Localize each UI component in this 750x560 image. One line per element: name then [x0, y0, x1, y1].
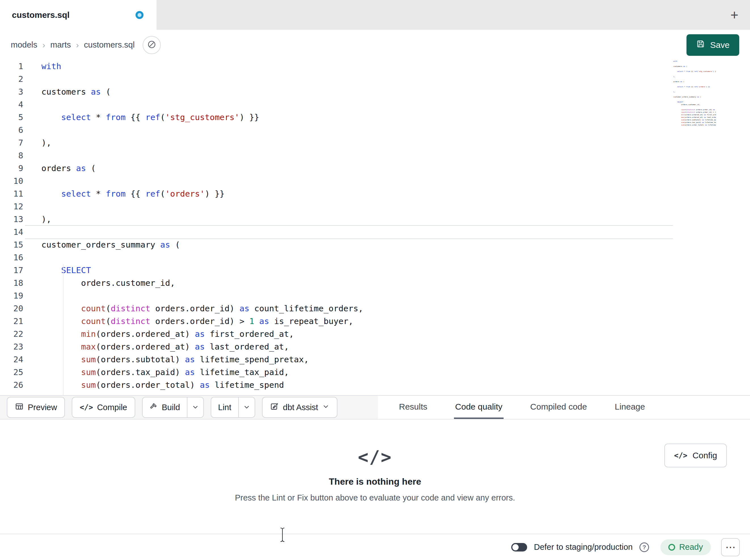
code-lines[interactable]: 1with23customers as (45 select * from {{…: [0, 60, 750, 392]
code-line-14[interactable]: 14: [673, 93, 716, 96]
code-text[interactable]: customer_orders_summary as (: [25, 238, 673, 251]
code-line-9[interactable]: 9orders as (: [0, 162, 750, 175]
line-number[interactable]: 24: [0, 353, 25, 366]
result-tab-code-quality[interactable]: Code quality: [454, 396, 504, 419]
code-line-12[interactable]: 12: [0, 200, 750, 213]
code-line-16[interactable]: 16: [673, 98, 716, 101]
code-line-1[interactable]: 1with: [0, 60, 750, 73]
code-line-20[interactable]: 20 count(distinct orders.order_id) as co…: [0, 302, 750, 315]
code-line-26[interactable]: 26 sum(orders.order_total) as lifetime_s…: [673, 124, 716, 126]
code-text[interactable]: [673, 83, 716, 86]
code-line-16[interactable]: 16: [0, 251, 750, 264]
line-number[interactable]: 25: [0, 366, 25, 379]
code-line-2[interactable]: 2: [0, 73, 750, 86]
code-line-18[interactable]: 18 orders.customer_id,: [673, 103, 716, 106]
line-number[interactable]: 26: [0, 379, 25, 392]
code-line-26[interactable]: 26 sum(orders.order_total) as lifetime_s…: [0, 379, 750, 392]
line-number[interactable]: 16: [0, 251, 25, 264]
line-number[interactable]: 1: [0, 60, 25, 73]
code-line-13[interactable]: 13),: [673, 91, 716, 93]
code-line-4[interactable]: 4: [673, 68, 716, 70]
code-line-25[interactable]: 25 sum(orders.tax_paid) as lifetime_tax_…: [673, 121, 716, 124]
line-number[interactable]: 21: [0, 315, 25, 328]
line-number[interactable]: 15: [0, 238, 25, 251]
code-text[interactable]: min(orders.ordered_at) as first_ordered_…: [25, 328, 673, 340]
code-line-21[interactable]: 21 count(distinct orders.order_id) > 1 a…: [673, 111, 716, 113]
code-text[interactable]: sum(orders.subtotal) as lifetime_spend_p…: [25, 353, 673, 366]
code-line-9[interactable]: 9orders as (: [673, 80, 716, 83]
code-line-25[interactable]: 25 sum(orders.tax_paid) as lifetime_tax_…: [0, 366, 750, 379]
code-line-6[interactable]: 6: [673, 73, 716, 75]
line-number[interactable]: 11: [0, 188, 25, 200]
code-line-22[interactable]: 22 min(orders.ordered_at) as first_order…: [673, 113, 716, 116]
code-line-10[interactable]: 10: [673, 83, 716, 86]
code-text[interactable]: orders.customer_id,: [673, 103, 716, 106]
defer-toggle[interactable]: [511, 543, 527, 552]
code-line-8[interactable]: 8: [0, 149, 750, 162]
code-text[interactable]: select * from {{ ref('orders') }}: [673, 86, 716, 88]
code-text[interactable]: customers as (: [25, 86, 673, 98]
code-text[interactable]: ),: [673, 75, 716, 78]
code-text[interactable]: max(orders.ordered_at) as last_ordered_a…: [673, 116, 716, 119]
code-line-23[interactable]: 23 max(orders.ordered_at) as last_ordere…: [0, 340, 750, 353]
line-number[interactable]: 8: [0, 149, 25, 162]
code-text[interactable]: orders as (: [673, 80, 716, 83]
help-icon[interactable]: ?: [639, 542, 649, 552]
code-line-13[interactable]: 13),: [0, 213, 750, 226]
code-text[interactable]: select * from {{ ref('stg_customers') }}: [25, 111, 673, 124]
line-number[interactable]: 18: [0, 277, 25, 290]
code-text[interactable]: customer_orders_summary as (: [673, 96, 716, 98]
line-number[interactable]: 19: [0, 290, 25, 302]
code-line-20[interactable]: 20 count(distinct orders.order_id) as co…: [673, 108, 716, 111]
line-number[interactable]: 6: [0, 124, 25, 137]
line-number[interactable]: 10: [0, 175, 25, 188]
breadcrumb-marts[interactable]: marts: [51, 40, 71, 49]
code-line-17[interactable]: 17 SELECT: [673, 101, 716, 103]
line-number[interactable]: 14: [0, 226, 25, 238]
line-number[interactable]: 13: [0, 213, 25, 226]
code-text[interactable]: sum(orders.subtotal) as lifetime_spend_p…: [673, 119, 716, 121]
code-line-15[interactable]: 15customer_orders_summary as (: [673, 96, 716, 98]
line-number[interactable]: 17: [0, 264, 25, 277]
code-text[interactable]: [25, 251, 673, 264]
code-line-7[interactable]: 7),: [0, 137, 750, 149]
code-line-8[interactable]: 8: [673, 78, 716, 80]
code-text[interactable]: [25, 226, 673, 238]
line-number[interactable]: 20: [0, 302, 25, 315]
code-text[interactable]: with: [25, 60, 673, 73]
code-text[interactable]: sum(orders.order_total) as lifetime_spen…: [673, 124, 716, 126]
code-line-18[interactable]: 18 orders.customer_id,: [0, 277, 750, 290]
code-line-19[interactable]: 19: [673, 106, 716, 108]
code-text[interactable]: SELECT: [673, 101, 716, 103]
code-text[interactable]: [673, 98, 716, 101]
code-text[interactable]: orders.customer_id,: [25, 277, 673, 290]
code-text[interactable]: [673, 78, 716, 80]
code-line-3[interactable]: 3customers as (: [0, 86, 750, 98]
code-editor[interactable]: 1with23customers as (45 select * from {{…: [0, 60, 750, 395]
code-text[interactable]: [673, 93, 716, 96]
code-text[interactable]: sum(orders.tax_paid) as lifetime_tax_pai…: [673, 121, 716, 124]
code-text[interactable]: [673, 68, 716, 70]
code-line-10[interactable]: 10: [0, 175, 750, 188]
code-line-19[interactable]: 19: [0, 290, 750, 302]
config-button[interactable]: </> Config: [664, 443, 727, 468]
code-text[interactable]: customers as (: [673, 65, 716, 68]
breadcrumb-customers-sql[interactable]: customers.sql: [84, 40, 135, 49]
preview-button[interactable]: Preview: [7, 397, 65, 418]
code-text[interactable]: ),: [25, 137, 673, 149]
code-text[interactable]: select * from {{ ref('stg_customers') }}: [673, 70, 716, 73]
code-text[interactable]: count(distinct orders.order_id) as count…: [673, 108, 716, 111]
result-tab-compiled-code[interactable]: Compiled code: [529, 396, 588, 419]
code-line-22[interactable]: 22 min(orders.ordered_at) as first_order…: [0, 328, 750, 340]
code-text[interactable]: [25, 98, 673, 111]
code-text[interactable]: ),: [673, 91, 716, 93]
new-tab-button[interactable]: +: [719, 0, 750, 30]
code-text[interactable]: [25, 73, 673, 86]
code-lines[interactable]: 1with23customers as (45 select * from {{…: [673, 60, 716, 126]
line-number[interactable]: 7: [0, 137, 25, 149]
code-text[interactable]: [673, 88, 716, 91]
code-text[interactable]: select * from {{ ref('orders') }}: [25, 188, 673, 200]
code-line-11[interactable]: 11 select * from {{ ref('orders') }}: [0, 188, 750, 200]
more-options-button[interactable]: ⋯: [721, 538, 740, 556]
code-line-2[interactable]: 2: [673, 63, 716, 65]
